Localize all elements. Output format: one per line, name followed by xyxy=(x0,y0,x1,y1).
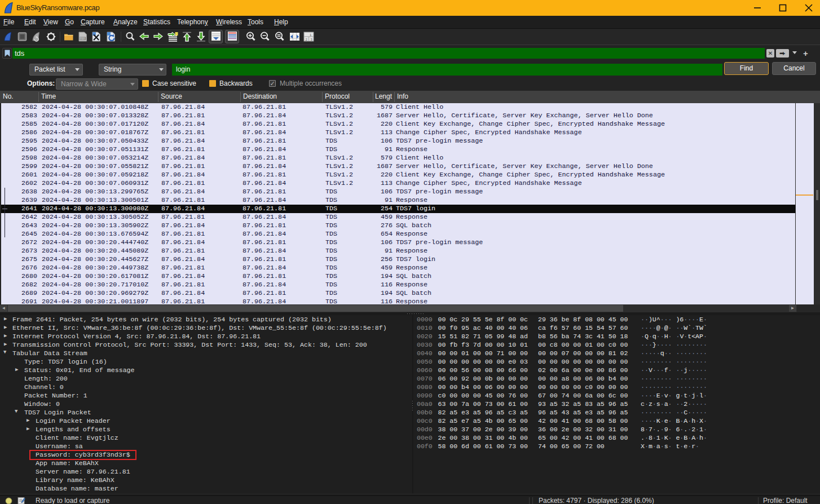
svg-text:010: 010 xyxy=(80,37,85,40)
